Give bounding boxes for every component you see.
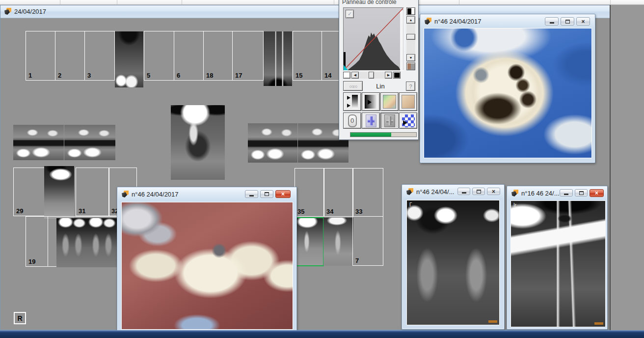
arrow-up-icon: ▲	[409, 18, 413, 22]
occlusal-tooth-photo[interactable]	[424, 28, 592, 158]
minimize-icon	[550, 22, 554, 24]
maximize-button[interactable]	[561, 17, 574, 26]
maximize-button[interactable]	[260, 190, 273, 198]
xray-thumbnail-18[interactable]	[56, 218, 87, 267]
cell-label: 33	[355, 208, 362, 215]
close-button[interactable]: ×	[487, 188, 500, 195]
chart-cell[interactable]: 2	[55, 31, 85, 81]
close-icon: ×	[281, 191, 285, 197]
arrow-right-icon: ▶	[387, 73, 390, 77]
horizontal-scroll-thumb[interactable]	[369, 72, 374, 79]
window-intraoral-photo: n°46 24/04/2017 ×	[117, 187, 297, 334]
cell-label: 31	[79, 207, 85, 215]
scroll-up-button[interactable]: ▲	[406, 16, 415, 24]
control-panel-title: Panneau de contrôle	[342, 0, 397, 5]
minimize-button[interactable]	[545, 17, 559, 26]
levels-bw-button[interactable]	[343, 92, 361, 111]
bitewing-xray-left-1[interactable]	[13, 125, 64, 160]
maximize-icon	[579, 191, 584, 195]
window-buttons: ×	[545, 17, 590, 26]
top-toolbar-strip[interactable]	[0, 0, 644, 5]
chart-cell[interactable]: 19	[26, 216, 48, 267]
chart-cell[interactable]: 34	[323, 168, 353, 217]
xray-thumbnail-slot4[interactable]	[115, 31, 143, 87]
close-button[interactable]: ×	[590, 189, 604, 197]
xray-watermark	[594, 322, 603, 325]
window-title: n°46 24/04/2017	[132, 191, 179, 198]
minimize-icon	[564, 194, 568, 195]
chart-cell[interactable]: 35	[295, 168, 324, 217]
maximize-button[interactable]	[575, 189, 588, 197]
cell-label: 17	[235, 72, 242, 79]
chart-cell[interactable]: 29	[13, 168, 45, 216]
white-swatch[interactable]	[343, 72, 350, 79]
chart-cell[interactable]: 6	[174, 31, 204, 81]
minimize-button[interactable]	[245, 190, 258, 198]
tooth-icon	[406, 188, 413, 196]
cell-label: 35	[297, 208, 304, 215]
window-buttons: ×	[457, 188, 500, 195]
close-icon: ×	[595, 190, 598, 196]
rainbow-gradient-icon	[383, 95, 396, 109]
maximize-button[interactable]	[472, 188, 485, 195]
periapical-xray-center[interactable]	[171, 105, 225, 180]
sepia-button[interactable]	[399, 92, 417, 111]
tint-swatch[interactable]	[406, 62, 415, 70]
cell-label: 18	[206, 72, 213, 79]
reset-zero-button[interactable]: 0	[343, 113, 361, 129]
cell-label: 19	[28, 258, 35, 265]
xray-thumbnail-slot16[interactable]	[264, 31, 292, 86]
chart-cell[interactable]: 18	[203, 31, 233, 81]
help-button[interactable]: ?	[406, 82, 415, 91]
scroll-down-button[interactable]: ▼	[406, 54, 415, 61]
cell-label: 15	[295, 72, 302, 79]
chart-cell[interactable]: 1	[26, 31, 55, 81]
minimize-button[interactable]	[560, 189, 573, 197]
close-button[interactable]: ×	[275, 190, 291, 198]
intraoral-photo[interactable]	[121, 202, 293, 330]
minimize-button[interactable]	[457, 188, 470, 195]
histogram-display[interactable]: ✓	[343, 7, 404, 71]
gray-plus-icon	[384, 114, 395, 127]
xray-photo-b[interactable]: Ir	[510, 200, 606, 327]
chart-cell[interactable]: 5	[144, 31, 174, 81]
maximize-icon	[265, 192, 269, 196]
chart-cell[interactable]: 3	[84, 31, 115, 81]
xray-watermark	[488, 320, 497, 323]
bitewing-xray-right-1[interactable]	[248, 123, 297, 163]
bitewing-xray-left-2[interactable]	[64, 125, 115, 160]
scroll-right-button[interactable]: ▶	[385, 72, 392, 79]
chart-cell[interactable]: 33	[352, 168, 383, 217]
window-title: n°46 24/04/2017	[434, 18, 482, 25]
emboss-plus-button[interactable]	[380, 113, 399, 129]
chain-link-button[interactable]: ∞∞	[343, 81, 363, 91]
toolbar-separator	[60, 0, 60, 4]
chart-cell[interactable]: 17	[232, 31, 264, 81]
pattern-filter-button[interactable]	[399, 113, 417, 129]
black-swatch[interactable]	[393, 72, 401, 79]
xray-photo-a[interactable]: Γ	[406, 200, 500, 325]
close-button[interactable]: ×	[576, 17, 590, 26]
black-white-swatch[interactable]	[406, 7, 415, 15]
sharpen-plus-button[interactable]	[362, 113, 380, 129]
gradient-pointer-icon	[365, 95, 377, 109]
checker-arrow-icon	[402, 114, 415, 127]
chart-cell[interactable]: 7	[352, 216, 383, 266]
vertical-scroll-thumb[interactable]	[406, 34, 415, 40]
color-palette-button[interactable]	[380, 92, 399, 111]
xray-thumbnail-slot34[interactable]	[323, 218, 353, 266]
xray-thumbnail-17[interactable]	[87, 218, 117, 267]
sepia-swatch-icon	[402, 95, 415, 109]
gradient-curve-button[interactable]	[362, 92, 380, 111]
xray-thumbnail-slot30[interactable]	[44, 166, 74, 219]
scroll-left-button[interactable]: ◀	[351, 72, 359, 79]
chart-cell[interactable]: 15	[293, 31, 322, 81]
maximize-icon	[565, 20, 570, 24]
xray-orientation-marker: Γ	[409, 202, 412, 207]
curve-checkbox[interactable]: ✓	[346, 10, 354, 18]
chain-link-icon: ∞∞	[349, 83, 357, 90]
xray-thumbnail-selected[interactable]	[296, 218, 323, 266]
chart-cell[interactable]: 31	[76, 168, 109, 216]
orientation-marker-label: R	[17, 314, 22, 322]
cell-label: 34	[326, 208, 333, 215]
